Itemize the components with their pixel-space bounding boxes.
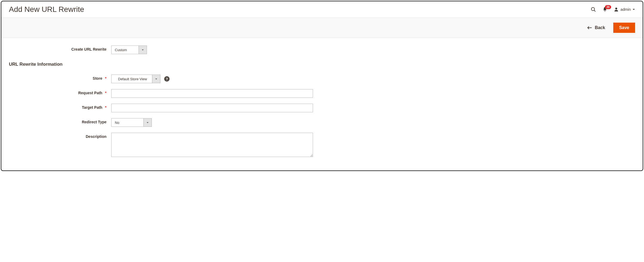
required-mark: * [105, 76, 106, 81]
notifications-icon[interactable]: 39 [602, 7, 608, 12]
chevron-down-icon [152, 75, 160, 83]
help-icon[interactable]: ? [164, 76, 170, 82]
back-button[interactable]: Back [583, 24, 609, 32]
user-icon [614, 7, 619, 12]
create-url-rewrite-value: Custom [112, 46, 139, 54]
chevron-down-icon [139, 46, 147, 54]
description-label: Description [86, 134, 106, 139]
request-path-label: Request Path [78, 91, 102, 95]
store-select[interactable]: Default Store View [111, 75, 160, 83]
chevron-down-icon [632, 8, 635, 11]
svg-line-1 [594, 10, 595, 12]
arrow-left-icon [587, 26, 592, 30]
description-textarea[interactable] [111, 133, 313, 157]
redirect-type-label: Redirect Type [82, 120, 106, 124]
svg-point-2 [604, 11, 605, 11]
redirect-type-value: No [112, 118, 143, 127]
create-url-rewrite-select[interactable]: Custom [111, 46, 147, 54]
target-path-input[interactable] [111, 104, 313, 112]
save-button[interactable]: Save [613, 23, 635, 33]
create-url-rewrite-label: Create URL Rewrite [9, 46, 111, 51]
chevron-down-icon [143, 118, 151, 127]
svg-point-3 [615, 8, 617, 9]
back-label: Back [595, 25, 605, 30]
svg-point-0 [591, 8, 595, 11]
user-menu[interactable]: admin [614, 7, 635, 12]
store-label: Store [93, 76, 102, 81]
page-title: Add New URL Rewrite [9, 5, 84, 14]
target-path-label: Target Path [82, 105, 102, 110]
redirect-type-select[interactable]: No [111, 118, 152, 127]
request-path-input[interactable] [111, 89, 313, 98]
section-heading: URL Rewrite Information [9, 62, 635, 67]
store-value: Default Store View [112, 75, 152, 83]
required-mark: * [105, 105, 106, 110]
search-icon[interactable] [590, 6, 596, 12]
notification-badge: 39 [605, 5, 611, 9]
required-mark: * [105, 91, 106, 95]
username-label: admin [621, 7, 631, 12]
